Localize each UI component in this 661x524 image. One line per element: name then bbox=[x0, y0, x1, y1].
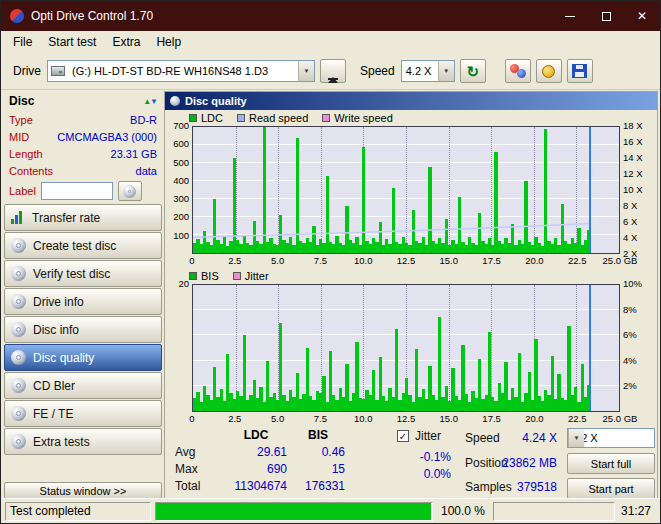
compare-discs-button[interactable] bbox=[505, 59, 531, 83]
minimize-button[interactable] bbox=[552, 1, 588, 31]
drive-icon bbox=[51, 66, 65, 76]
ldc-y-axis-left: 700600500400300200100 bbox=[166, 126, 192, 254]
write-label-button[interactable] bbox=[118, 181, 142, 201]
disc-mid-row: MID CMCMAGBA3 (000) bbox=[4, 128, 162, 145]
jitter-value-2: 0.0% bbox=[399, 467, 451, 481]
chevron-down-icon: ▼ bbox=[438, 61, 454, 81]
speed-label: Speed bbox=[360, 64, 395, 78]
disc-length-row: Length 23.31 GB bbox=[4, 145, 162, 162]
start-full-button[interactable]: Start full bbox=[567, 453, 655, 474]
disc-header-label: Disc bbox=[9, 94, 34, 108]
status-message: Test completed bbox=[5, 502, 151, 521]
bis-plot-area bbox=[192, 284, 620, 412]
read-speed-swatch bbox=[237, 114, 245, 122]
ldc-x-axis: 02.55.07.510.012.515.017.520.022.525.0 G… bbox=[192, 254, 620, 268]
ldc-swatch bbox=[189, 114, 197, 122]
length-label: Length bbox=[9, 148, 43, 160]
bis-y-axis-left: 20 bbox=[166, 284, 192, 412]
window-title: Opti Drive Control 1.70 bbox=[31, 9, 552, 23]
refresh-disc-icon[interactable]: ▲▼ bbox=[143, 97, 157, 106]
stats-section: LDC BIS Avg 29.61 0.46 Max 690 15 Total … bbox=[169, 428, 653, 500]
sidebar-item-extra-tests[interactable]: Extra tests bbox=[4, 428, 162, 455]
jitter-swatch bbox=[233, 272, 241, 280]
eject-icon bbox=[328, 63, 338, 80]
sidebar-item-transfer-rate[interactable]: Transfer rate bbox=[4, 204, 162, 231]
save-icon bbox=[572, 64, 587, 78]
ldc-chart: 700600500400300200100 18 X16 X14 X12 X10… bbox=[166, 126, 656, 268]
contents-value: data bbox=[136, 165, 157, 177]
bis-x-axis: 02.55.07.510.012.515.017.520.022.525.0 G… bbox=[192, 412, 620, 426]
legend-bottom: BIS Jitter bbox=[165, 268, 657, 284]
create-test-disc-icon bbox=[11, 238, 26, 253]
start-part-button[interactable]: Start part bbox=[567, 478, 655, 499]
ldc-y-axis-right: 18 X16 X14 X12 X10 X8 X6 X4 X2 X bbox=[620, 126, 656, 254]
bis-column-header: BIS bbox=[291, 428, 345, 442]
minimize-icon bbox=[565, 16, 575, 17]
panel-header: Disc quality bbox=[165, 92, 657, 110]
transfer-rate-icon bbox=[11, 211, 25, 224]
menu-help[interactable]: Help bbox=[148, 32, 189, 52]
label-label: Label bbox=[9, 185, 36, 197]
label-input[interactable] bbox=[41, 182, 113, 200]
panel-title: Disc quality bbox=[185, 95, 247, 107]
length-value: 23.31 GB bbox=[111, 148, 157, 160]
maximize-icon bbox=[602, 12, 611, 21]
eject-button[interactable] bbox=[320, 59, 346, 83]
sidebar-item-cd-bler[interactable]: CD Bler bbox=[4, 372, 162, 399]
jitter-checkbox[interactable]: ✓ bbox=[397, 430, 409, 442]
sidebar-item-create-test-disc[interactable]: Create test disc bbox=[4, 232, 162, 259]
save-button[interactable] bbox=[567, 59, 593, 83]
menu-start-test[interactable]: Start test bbox=[40, 32, 104, 52]
drive-label: Drive bbox=[13, 64, 41, 78]
speed-select[interactable]: 4.2 X ▼ bbox=[401, 60, 455, 82]
disc-contents-row: Contents data bbox=[4, 162, 162, 179]
nav-label: CD Bler bbox=[33, 379, 75, 393]
progress-bar bbox=[155, 502, 433, 521]
type-label: Type bbox=[9, 114, 33, 126]
menu-file[interactable]: File bbox=[5, 32, 40, 52]
yellow-tool-icon bbox=[542, 65, 555, 78]
sidebar-item-disc-quality[interactable]: Disc quality bbox=[4, 344, 162, 371]
speed-select-value: 4.2 X bbox=[402, 65, 438, 77]
sidebar-item-verify-test-disc[interactable]: Verify test disc bbox=[4, 260, 162, 287]
nav-label: Transfer rate bbox=[32, 211, 100, 225]
mid-label: MID bbox=[9, 131, 29, 143]
speed-stat-value: 4.24 X bbox=[499, 431, 557, 445]
speed-stat-label: Speed bbox=[465, 431, 500, 445]
ldc-column-header: LDC bbox=[225, 428, 287, 442]
close-button[interactable]: ✕ bbox=[624, 1, 660, 31]
ldc-legend-label: LDC bbox=[201, 112, 223, 124]
nav-label: Drive info bbox=[33, 295, 84, 309]
refresh-icon: ↻ bbox=[466, 64, 479, 79]
bis-chart: 20 10%8%6%4%2% 02.55.07.510.012.515.017.… bbox=[166, 284, 656, 426]
fe-te-icon bbox=[11, 406, 26, 421]
bis-swatch bbox=[189, 272, 197, 280]
max-bis-value: 15 bbox=[291, 462, 345, 476]
title-bar: Opti Drive Control 1.70 ✕ bbox=[1, 1, 660, 31]
total-label: Total bbox=[175, 479, 200, 493]
refresh-speed-button[interactable]: ↻ bbox=[460, 59, 486, 83]
verify-test-disc-icon bbox=[11, 266, 26, 281]
discs-icon bbox=[510, 64, 526, 78]
position-value: 23862 MB bbox=[499, 456, 557, 470]
sidebar-item-fe-te[interactable]: FE / TE bbox=[4, 400, 162, 427]
chevron-down-icon: ▼ bbox=[298, 61, 314, 81]
drive-select[interactable]: (G:) HL-DT-ST BD-RE WH16NS48 1.D3 ▼ bbox=[47, 60, 315, 82]
avg-ldc-value: 29.61 bbox=[209, 445, 287, 459]
menu-extra[interactable]: Extra bbox=[104, 32, 148, 52]
sidebar-item-drive-info[interactable]: Drive info bbox=[4, 288, 162, 315]
sidebar-item-disc-info[interactable]: Disc info bbox=[4, 316, 162, 343]
quality-speed-select[interactable]: 4.2 X ▼ bbox=[567, 428, 655, 448]
options-button[interactable] bbox=[536, 59, 562, 83]
progress-fill bbox=[156, 503, 431, 520]
panel-disc-icon bbox=[170, 96, 180, 106]
nav-label: Create test disc bbox=[33, 239, 116, 253]
status-window-button[interactable]: Status window >> bbox=[4, 482, 162, 499]
maximize-button[interactable] bbox=[588, 1, 624, 31]
nav-label: Disc info bbox=[33, 323, 79, 337]
jitter-checkbox-label: Jitter bbox=[415, 429, 441, 443]
extra-tests-icon bbox=[11, 434, 26, 449]
nav-label: FE / TE bbox=[33, 407, 73, 421]
disc-quality-panel: Disc quality LDC Read speed Write speed … bbox=[164, 91, 658, 499]
type-value: BD-R bbox=[130, 114, 157, 126]
